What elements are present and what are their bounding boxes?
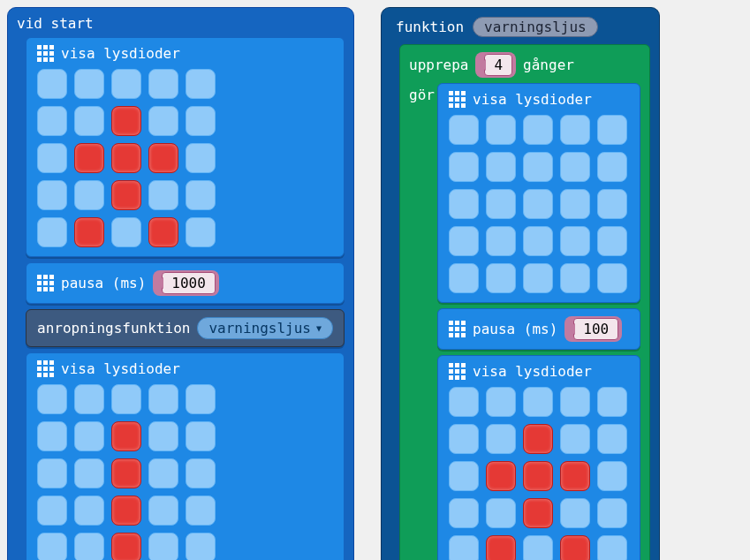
led-grid-2[interactable] — [37, 384, 333, 560]
led-cell[interactable] — [111, 143, 141, 173]
pause-block-1[interactable]: pausa (ms) 1000 — [26, 262, 345, 304]
led-cell[interactable] — [597, 387, 627, 417]
led-cell[interactable] — [486, 226, 516, 256]
led-cell[interactable] — [523, 424, 553, 454]
led-cell[interactable] — [597, 461, 627, 491]
led-cell[interactable] — [560, 535, 590, 560]
led-cell[interactable] — [148, 458, 178, 488]
led-cell[interactable] — [486, 535, 516, 560]
led-cell[interactable] — [523, 387, 553, 417]
onstart-hat[interactable]: vid start visa lysdioder pausa (ms) — [7, 7, 354, 560]
led-cell[interactable] — [111, 496, 141, 526]
led-cell[interactable] — [74, 458, 104, 488]
led-cell[interactable] — [560, 461, 590, 491]
pause-value[interactable]: 1000 — [162, 272, 216, 294]
function-name-pill[interactable]: varningsljus — [473, 17, 598, 37]
led-cell[interactable] — [449, 461, 479, 491]
led-cell[interactable] — [111, 106, 141, 136]
led-cell[interactable] — [523, 226, 553, 256]
led-cell[interactable] — [486, 461, 516, 491]
led-cell[interactable] — [560, 498, 590, 528]
led-cell[interactable] — [186, 533, 216, 560]
led-cell[interactable] — [111, 217, 141, 247]
led-cell[interactable] — [111, 421, 141, 451]
led-cell[interactable] — [486, 189, 516, 219]
pause-value-slot-fn[interactable]: 100 — [564, 316, 622, 342]
repeat-count-slot[interactable]: 4 — [475, 52, 516, 78]
led-cell[interactable] — [560, 189, 590, 219]
led-cell[interactable] — [74, 143, 104, 173]
led-cell[interactable] — [37, 106, 67, 136]
led-cell[interactable] — [523, 535, 553, 560]
led-cell[interactable] — [523, 263, 553, 293]
led-cell[interactable] — [560, 226, 590, 256]
led-cell[interactable] — [449, 152, 479, 182]
led-cell[interactable] — [560, 263, 590, 293]
led-cell[interactable] — [74, 533, 104, 560]
led-cell[interactable] — [148, 69, 178, 99]
call-function-dropdown[interactable]: varningsljus ▼ — [197, 317, 333, 339]
led-cell[interactable] — [148, 384, 178, 414]
led-cell[interactable] — [148, 217, 178, 247]
led-cell[interactable] — [74, 384, 104, 414]
led-cell[interactable] — [186, 106, 216, 136]
led-grid-fn1[interactable] — [449, 115, 629, 295]
led-cell[interactable] — [486, 115, 516, 145]
led-cell[interactable] — [148, 533, 178, 560]
led-cell[interactable] — [523, 498, 553, 528]
led-cell[interactable] — [449, 263, 479, 293]
led-cell[interactable] — [37, 496, 67, 526]
led-cell[interactable] — [449, 535, 479, 560]
led-cell[interactable] — [486, 387, 516, 417]
led-cell[interactable] — [486, 498, 516, 528]
show-leds-block-fn1[interactable]: visa lysdioder — [437, 83, 640, 303]
led-cell[interactable] — [560, 387, 590, 417]
led-cell[interactable] — [486, 424, 516, 454]
led-grid-1[interactable] — [37, 69, 333, 249]
led-cell[interactable] — [111, 69, 141, 99]
led-cell[interactable] — [449, 424, 479, 454]
call-function-block[interactable]: anropningsfunktion varningsljus ▼ — [26, 309, 345, 347]
led-cell[interactable] — [449, 226, 479, 256]
led-cell[interactable] — [148, 421, 178, 451]
led-cell[interactable] — [37, 384, 67, 414]
led-cell[interactable] — [449, 498, 479, 528]
led-cell[interactable] — [37, 421, 67, 451]
show-leds-block-fn2[interactable]: visa lysdioder — [437, 355, 640, 560]
pause-value-fn[interactable]: 100 — [573, 318, 618, 340]
led-cell[interactable] — [186, 421, 216, 451]
led-cell[interactable] — [449, 387, 479, 417]
led-cell[interactable] — [186, 69, 216, 99]
led-cell[interactable] — [486, 263, 516, 293]
led-cell[interactable] — [560, 152, 590, 182]
led-cell[interactable] — [560, 115, 590, 145]
led-cell[interactable] — [560, 424, 590, 454]
led-cell[interactable] — [148, 106, 178, 136]
led-cell[interactable] — [597, 115, 627, 145]
led-cell[interactable] — [111, 458, 141, 488]
led-cell[interactable] — [37, 533, 67, 560]
led-cell[interactable] — [523, 152, 553, 182]
led-cell[interactable] — [74, 496, 104, 526]
led-cell[interactable] — [74, 106, 104, 136]
led-cell[interactable] — [523, 461, 553, 491]
led-cell[interactable] — [37, 217, 67, 247]
show-leds-block-2[interactable]: visa lysdioder — [26, 352, 345, 560]
led-cell[interactable] — [523, 189, 553, 219]
led-cell[interactable] — [186, 458, 216, 488]
led-cell[interactable] — [111, 384, 141, 414]
led-cell[interactable] — [148, 143, 178, 173]
led-grid-fn2[interactable] — [449, 387, 629, 560]
led-cell[interactable] — [186, 143, 216, 173]
function-hat[interactable]: funktion varningsljus upprepa 4 gånger g… — [381, 7, 660, 560]
led-cell[interactable] — [148, 180, 178, 210]
led-cell[interactable] — [486, 152, 516, 182]
led-cell[interactable] — [148, 496, 178, 526]
led-cell[interactable] — [74, 421, 104, 451]
led-cell[interactable] — [111, 180, 141, 210]
repeat-count[interactable]: 4 — [484, 54, 512, 76]
pause-block-fn[interactable]: pausa (ms) 100 — [437, 308, 640, 350]
led-cell[interactable] — [74, 180, 104, 210]
led-cell[interactable] — [449, 189, 479, 219]
led-cell[interactable] — [74, 217, 104, 247]
